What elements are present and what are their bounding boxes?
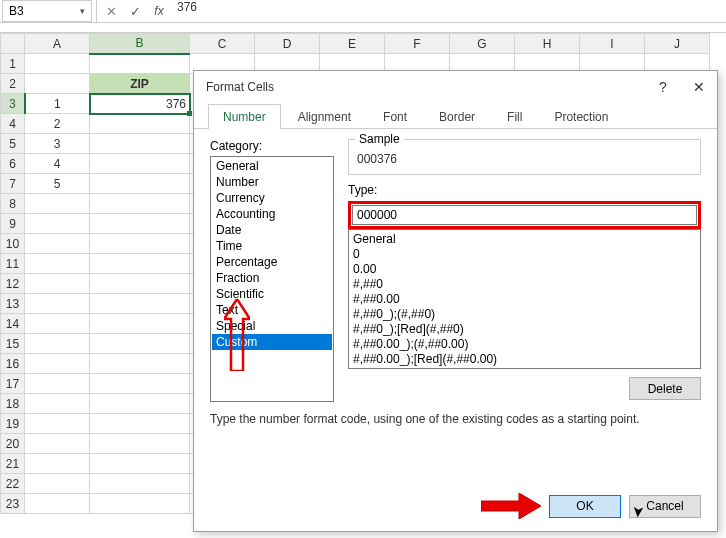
cell[interactable] bbox=[25, 434, 90, 454]
tab-font[interactable]: Font bbox=[368, 104, 422, 129]
format-item[interactable]: General bbox=[353, 232, 696, 247]
tab-number[interactable]: Number bbox=[208, 104, 281, 129]
row-header[interactable]: 18 bbox=[1, 394, 25, 414]
cell[interactable]: 3 bbox=[25, 134, 90, 154]
row-header[interactable]: 15 bbox=[1, 334, 25, 354]
cell[interactable] bbox=[25, 494, 90, 514]
cell[interactable] bbox=[25, 74, 90, 94]
format-item[interactable]: #,##0.00 bbox=[353, 292, 696, 307]
row-header[interactable]: 10 bbox=[1, 234, 25, 254]
row-header[interactable]: 17 bbox=[1, 374, 25, 394]
cell[interactable] bbox=[90, 254, 190, 274]
format-item[interactable]: #,##0.00_);[Red](#,##0.00) bbox=[353, 352, 696, 367]
row-header[interactable]: 16 bbox=[1, 354, 25, 374]
cell[interactable] bbox=[25, 454, 90, 474]
category-item[interactable]: Time bbox=[212, 238, 332, 254]
cell[interactable] bbox=[90, 394, 190, 414]
row-header[interactable]: 2 bbox=[1, 74, 25, 94]
cell[interactable]: 5 bbox=[25, 174, 90, 194]
category-item[interactable]: Fraction bbox=[212, 270, 332, 286]
cell[interactable] bbox=[90, 274, 190, 294]
formula-input[interactable]: 376 bbox=[171, 0, 726, 22]
category-item[interactable]: General bbox=[212, 158, 332, 174]
cell[interactable] bbox=[90, 354, 190, 374]
cell[interactable] bbox=[25, 274, 90, 294]
category-item[interactable]: Accounting bbox=[212, 206, 332, 222]
cell[interactable] bbox=[90, 234, 190, 254]
tab-fill[interactable]: Fill bbox=[492, 104, 537, 129]
row-header[interactable]: 19 bbox=[1, 414, 25, 434]
format-item[interactable]: #,##0.00_);(#,##0.00) bbox=[353, 337, 696, 352]
column-header[interactable]: H bbox=[515, 34, 580, 54]
cell[interactable] bbox=[25, 54, 90, 74]
format-item[interactable]: $#,##0_);($#,##0) bbox=[353, 367, 696, 369]
column-header[interactable]: J bbox=[645, 34, 710, 54]
cell[interactable] bbox=[25, 394, 90, 414]
cell[interactable]: 376 bbox=[90, 94, 190, 114]
cell[interactable] bbox=[90, 114, 190, 134]
name-box[interactable]: B3 ▾ bbox=[2, 0, 92, 22]
cell[interactable] bbox=[90, 334, 190, 354]
cell[interactable] bbox=[90, 194, 190, 214]
column-header[interactable]: A bbox=[25, 34, 90, 54]
cell[interactable] bbox=[90, 154, 190, 174]
cell[interactable] bbox=[90, 474, 190, 494]
fx-icon[interactable]: fx bbox=[147, 0, 171, 22]
name-box-dropdown-icon[interactable]: ▾ bbox=[80, 6, 85, 16]
row-header[interactable]: 6 bbox=[1, 154, 25, 174]
cell[interactable] bbox=[25, 414, 90, 434]
row-header[interactable]: 14 bbox=[1, 314, 25, 334]
cell[interactable]: ZIP bbox=[90, 74, 190, 94]
help-button[interactable]: ? bbox=[645, 71, 681, 103]
cell[interactable]: 4 bbox=[25, 154, 90, 174]
column-header[interactable]: I bbox=[580, 34, 645, 54]
cell[interactable] bbox=[90, 134, 190, 154]
close-button[interactable]: ✕ bbox=[681, 71, 717, 103]
cell[interactable] bbox=[90, 54, 190, 74]
cell[interactable] bbox=[90, 314, 190, 334]
format-item[interactable]: 0 bbox=[353, 247, 696, 262]
row-header[interactable]: 12 bbox=[1, 274, 25, 294]
row-header[interactable]: 3 bbox=[1, 94, 25, 114]
cell[interactable] bbox=[25, 234, 90, 254]
cell[interactable] bbox=[90, 214, 190, 234]
tab-protection[interactable]: Protection bbox=[539, 104, 623, 129]
row-header[interactable]: 8 bbox=[1, 194, 25, 214]
row-header[interactable]: 13 bbox=[1, 294, 25, 314]
row-header[interactable]: 21 bbox=[1, 454, 25, 474]
category-item[interactable]: Currency bbox=[212, 190, 332, 206]
cell[interactable] bbox=[25, 314, 90, 334]
delete-button[interactable]: Delete bbox=[629, 377, 701, 400]
row-header[interactable]: 20 bbox=[1, 434, 25, 454]
cell[interactable] bbox=[90, 414, 190, 434]
cell[interactable] bbox=[90, 494, 190, 514]
column-header[interactable]: F bbox=[385, 34, 450, 54]
column-header[interactable]: G bbox=[450, 34, 515, 54]
category-item[interactable]: Percentage bbox=[212, 254, 332, 270]
row-header[interactable]: 23 bbox=[1, 494, 25, 514]
dialog-titlebar[interactable]: Format Cells ? ✕ bbox=[194, 71, 717, 103]
confirm-entry-icon[interactable]: ✓ bbox=[123, 0, 147, 22]
column-header[interactable]: B bbox=[90, 34, 190, 54]
column-header[interactable]: E bbox=[320, 34, 385, 54]
category-item[interactable]: Date bbox=[212, 222, 332, 238]
type-input[interactable] bbox=[352, 205, 697, 225]
row-header[interactable]: 7 bbox=[1, 174, 25, 194]
cell[interactable] bbox=[90, 174, 190, 194]
tab-alignment[interactable]: Alignment bbox=[283, 104, 366, 129]
row-header[interactable]: 11 bbox=[1, 254, 25, 274]
cell[interactable] bbox=[90, 374, 190, 394]
cell[interactable] bbox=[25, 474, 90, 494]
cell[interactable] bbox=[25, 354, 90, 374]
cell[interactable] bbox=[90, 294, 190, 314]
column-header[interactable]: C bbox=[190, 34, 255, 54]
cell[interactable] bbox=[25, 334, 90, 354]
row-header[interactable]: 5 bbox=[1, 134, 25, 154]
cell[interactable] bbox=[25, 294, 90, 314]
select-all-corner[interactable] bbox=[1, 34, 25, 54]
cell[interactable] bbox=[25, 254, 90, 274]
cell[interactable]: 1 bbox=[25, 94, 90, 114]
row-header[interactable]: 9 bbox=[1, 214, 25, 234]
row-header[interactable]: 22 bbox=[1, 474, 25, 494]
format-listbox[interactable]: General00.00#,##0#,##0.00#,##0_);(#,##0)… bbox=[348, 229, 701, 369]
